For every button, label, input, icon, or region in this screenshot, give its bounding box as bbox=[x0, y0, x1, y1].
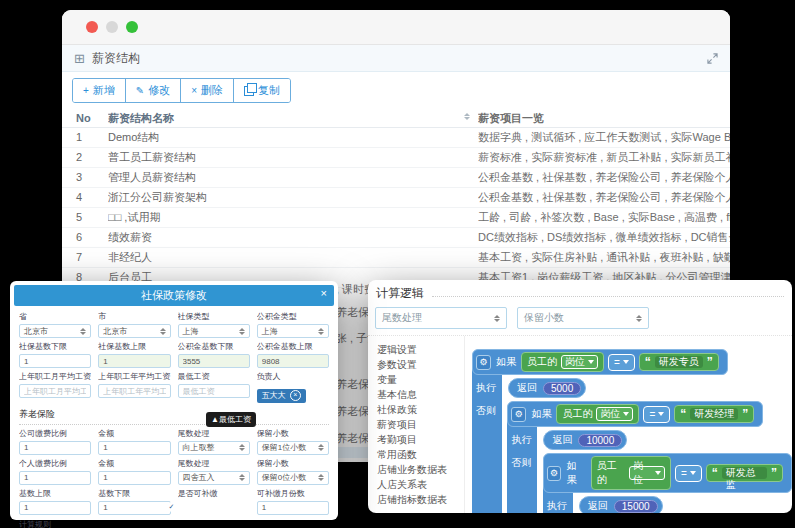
city-select[interactable]: 北京市 bbox=[98, 324, 170, 338]
nav-item-common-functions[interactable]: 常用函数 bbox=[377, 447, 464, 462]
expand-icon[interactable] bbox=[707, 53, 718, 64]
nav-item-person-store-table[interactable]: 人店关系表 bbox=[377, 477, 464, 492]
table-row[interactable]: 5 □□ ,试用期 工龄 , 司龄 , 补签次数 , Base , 实际Base… bbox=[62, 208, 730, 228]
nav-item-basic-info[interactable]: 基本信息 bbox=[377, 387, 464, 402]
gear-icon[interactable]: ⚙ bbox=[547, 466, 562, 481]
personal-decimals-select[interactable]: 保留0位小数 bbox=[257, 471, 329, 485]
return-value[interactable]: 15000 bbox=[614, 500, 658, 513]
if-block-nested[interactable]: ⚙ 如果 员工的 岗位 = bbox=[507, 401, 792, 513]
delete-button[interactable]: × 删除 bbox=[181, 79, 234, 102]
open-quote: “ bbox=[645, 357, 651, 367]
table-row[interactable]: 1 Demo结构 数据字典 , 测试循环 , 应工作天数测试 , 实际Wage … bbox=[62, 128, 730, 148]
add-button[interactable]: + 新增 bbox=[73, 79, 126, 102]
return-value[interactable]: 5000 bbox=[543, 382, 581, 395]
table-row[interactable]: 6 绩效薪资 DC绩效指标 , DS绩效指标 , 微单绩效指标 , DC销售金额… bbox=[62, 228, 730, 248]
minimize-window-button[interactable] bbox=[106, 21, 118, 33]
keep-decimals-select[interactable]: 保留小数 bbox=[517, 307, 649, 329]
condition-expression[interactable]: 员工的 岗位 = “ 研发专员 ” bbox=[521, 352, 719, 372]
nav-item-parameter-settings[interactable]: 参数设置 bbox=[377, 357, 464, 372]
social-base-lower-input[interactable] bbox=[19, 354, 91, 368]
owner-tag[interactable]: 五大大 × bbox=[257, 389, 306, 403]
if-block[interactable]: ⚙ 如果 员工的 岗位 = “ 研发专员 bbox=[472, 349, 792, 513]
nav-item-variables[interactable]: 变量 bbox=[377, 372, 464, 387]
string-value[interactable]: 研发经理 bbox=[690, 408, 738, 420]
remove-tag-icon[interactable]: × bbox=[290, 390, 301, 401]
table-row[interactable]: 4 浙江分公司薪资架构 公积金基数 , 社保基数 , 养老保险公司 , 养老保险… bbox=[62, 188, 730, 208]
close-icon[interactable]: × bbox=[321, 288, 327, 299]
min-wage-input[interactable] bbox=[178, 384, 250, 398]
column-header-name[interactable]: 薪资结构名称 bbox=[108, 109, 478, 127]
chevron-down-icon bbox=[658, 412, 664, 416]
chevron-down-icon bbox=[690, 471, 696, 475]
field-label: 尾数处理 bbox=[178, 428, 250, 439]
backpay-months-input[interactable] bbox=[257, 501, 329, 515]
personal-amount-field: 金额 bbox=[98, 458, 170, 485]
return-block[interactable]: 返回 5000 bbox=[508, 378, 586, 398]
gear-icon[interactable]: ⚙ bbox=[511, 407, 526, 422]
string-value[interactable]: 研发专员 bbox=[655, 356, 703, 368]
province-select[interactable]: 北京市 bbox=[19, 324, 91, 338]
employee-field-block[interactable]: 员工的 岗位 bbox=[521, 352, 604, 372]
close-window-button[interactable] bbox=[86, 21, 98, 33]
table-row[interactable]: 3 管理人员薪资结构 公积金基数 , 社保基数 , 养老保险公司 , 养老保险个… bbox=[62, 168, 730, 188]
string-block[interactable]: “ 研发经理 ” bbox=[674, 405, 754, 423]
string-value[interactable]: 研发总监 bbox=[722, 467, 767, 479]
condition-expression[interactable]: 员工的 岗位 = “ 研发总监 ” bbox=[591, 456, 783, 490]
return-block[interactable]: 返回 10000 bbox=[543, 430, 627, 450]
base-lower-input[interactable] bbox=[98, 501, 170, 515]
personal-amount-input[interactable] bbox=[98, 471, 170, 485]
personal-rounding-select[interactable]: 四舍五入 bbox=[178, 471, 250, 485]
social-type-select[interactable]: 上海 bbox=[178, 324, 250, 338]
company-rate-input[interactable] bbox=[19, 441, 91, 455]
nav-item-salary-items[interactable]: 薪资项目 bbox=[377, 417, 464, 432]
delete-icon: × bbox=[191, 86, 197, 96]
if-block-header[interactable]: ⚙ 如果 员工的 岗位 = “ 研发专员 bbox=[472, 349, 728, 375]
if-block-header[interactable]: ⚙ 如果 员工的 岗位 = bbox=[507, 401, 763, 427]
string-block[interactable]: “ 研发专员 ” bbox=[639, 353, 719, 371]
base-upper-input[interactable] bbox=[19, 501, 91, 515]
table-row[interactable]: 7 非经纪人 基本工资 , 实际住房补贴 , 通讯补贴 , 夜班补贴 , 缺勤扣… bbox=[62, 248, 730, 268]
return-block[interactable]: 返回 15000 bbox=[579, 496, 663, 513]
social-base-upper-input[interactable] bbox=[98, 354, 170, 368]
company-decimals-select[interactable]: 保留1位小数 bbox=[257, 441, 329, 455]
gear-icon[interactable]: ⚙ bbox=[476, 355, 491, 370]
else-keyword: 否则 bbox=[476, 401, 499, 418]
blockly-canvas[interactable]: ⚙ 如果 员工的 岗位 = “ 研发专员 bbox=[466, 336, 792, 513]
zoom-window-button[interactable] bbox=[126, 21, 138, 33]
operator-block[interactable]: = bbox=[643, 406, 670, 423]
sort-icon[interactable] bbox=[464, 113, 470, 120]
if-block-header[interactable]: ⚙ 如果 员工的 岗位 = bbox=[543, 453, 792, 493]
fund-base-lower-input[interactable] bbox=[178, 354, 250, 368]
nav-item-store-business-table[interactable]: 店铺业务数据表 bbox=[377, 462, 464, 477]
monthly-avg-wage-input[interactable] bbox=[19, 384, 91, 398]
nav-item-attendance-items[interactable]: 考勤项目 bbox=[377, 432, 464, 447]
table-row[interactable]: 2 普工员工薪资结构 薪资标准 , 实际薪资标准 , 新员工补贴 , 实际新员工… bbox=[62, 148, 730, 168]
chevron-down-icon bbox=[623, 412, 629, 416]
nav-item-logic-settings[interactable]: 逻辑设置 bbox=[377, 342, 464, 357]
field-dropdown[interactable]: 岗位 bbox=[596, 407, 633, 421]
nav-item-social-policy[interactable]: 社保政策 bbox=[377, 402, 464, 417]
select-value: 上海 bbox=[183, 326, 199, 337]
fund-base-upper-input[interactable] bbox=[257, 354, 329, 368]
nav-item-store-metric-table[interactable]: 店铺指标数据表 bbox=[377, 492, 464, 507]
return-value[interactable]: 10000 bbox=[578, 434, 622, 447]
operator-block[interactable]: = bbox=[675, 465, 702, 482]
edit-button[interactable]: ✎ 修改 bbox=[126, 79, 181, 102]
string-block[interactable]: “ 研发总监 ” bbox=[706, 464, 783, 482]
company-rounding-select[interactable]: 向上取整 bbox=[178, 441, 250, 455]
fund-type-select[interactable]: 上海 bbox=[257, 324, 329, 338]
field-dropdown[interactable]: 岗位 bbox=[629, 466, 665, 480]
field-label: 是否可补缴 bbox=[178, 488, 250, 499]
operator-block[interactable]: = bbox=[608, 354, 635, 371]
field-dropdown[interactable]: 岗位 bbox=[561, 355, 598, 369]
select-arrows-icon bbox=[494, 315, 500, 322]
yearly-avg-wage-input[interactable] bbox=[98, 384, 170, 398]
tail-processing-select[interactable]: 尾数处理 bbox=[375, 307, 507, 329]
personal-rate-input[interactable] bbox=[19, 471, 91, 485]
if-block-nested[interactable]: ⚙ 如果 员工的 岗位 = bbox=[543, 453, 792, 513]
employee-field-block[interactable]: 员工的 岗位 bbox=[556, 404, 639, 424]
company-amount-input[interactable] bbox=[98, 441, 170, 455]
condition-expression[interactable]: 员工的 岗位 = “ 研发经理 ” bbox=[556, 404, 754, 424]
employee-field-block[interactable]: 员工的 岗位 bbox=[591, 456, 671, 490]
copy-button[interactable]: 复制 bbox=[234, 79, 290, 102]
